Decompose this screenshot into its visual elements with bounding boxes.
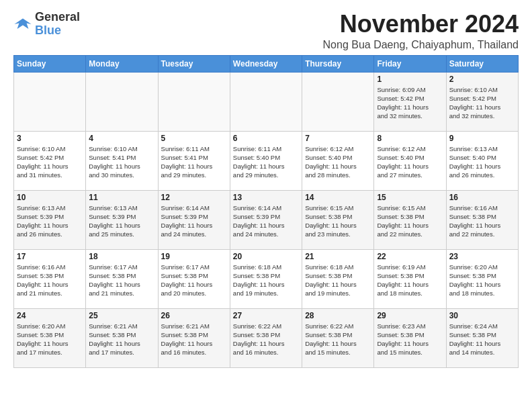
day-info: Sunrise: 6:15 AMSunset: 5:38 PMDaylight:… xyxy=(377,203,443,239)
day-info: Sunrise: 6:16 AMSunset: 5:38 PMDaylight:… xyxy=(17,263,83,298)
day-number: 16 xyxy=(449,193,515,202)
calendar-cell xyxy=(302,72,374,131)
calendar-week-row: 1Sunrise: 6:09 AMSunset: 5:42 PMDaylight… xyxy=(14,72,519,131)
calendar-cell xyxy=(86,72,158,131)
day-number: 7 xyxy=(305,134,371,143)
logo-line2: Blue xyxy=(35,24,80,38)
calendar-cell: 10Sunrise: 6:13 AMSunset: 5:39 PMDayligh… xyxy=(14,190,86,249)
svg-marker-0 xyxy=(14,18,31,28)
day-number: 20 xyxy=(233,252,299,261)
day-info: Sunrise: 6:13 AMSunset: 5:40 PMDaylight:… xyxy=(449,144,515,180)
calendar-cell xyxy=(230,72,302,131)
day-number: 13 xyxy=(233,193,299,202)
calendar-cell: 3Sunrise: 6:10 AMSunset: 5:42 PMDaylight… xyxy=(14,131,86,190)
day-number: 8 xyxy=(377,134,443,143)
day-number: 6 xyxy=(233,134,299,143)
calendar-cell: 13Sunrise: 6:14 AMSunset: 5:39 PMDayligh… xyxy=(230,190,302,249)
column-header-saturday: Saturday xyxy=(446,55,518,72)
calendar-cell xyxy=(158,72,230,131)
calendar-cell: 23Sunrise: 6:20 AMSunset: 5:38 PMDayligh… xyxy=(446,249,518,308)
day-info: Sunrise: 6:11 AMSunset: 5:41 PMDaylight:… xyxy=(161,144,227,180)
day-info: Sunrise: 6:24 AMSunset: 5:38 PMDaylight:… xyxy=(449,322,515,357)
column-header-wednesday: Wednesday xyxy=(230,55,302,72)
column-header-monday: Monday xyxy=(86,55,158,72)
calendar-cell: 29Sunrise: 6:23 AMSunset: 5:38 PMDayligh… xyxy=(374,308,446,367)
day-number: 1 xyxy=(377,75,443,84)
logo-icon xyxy=(13,15,32,34)
calendar-cell: 25Sunrise: 6:21 AMSunset: 5:38 PMDayligh… xyxy=(86,308,158,367)
day-info: Sunrise: 6:13 AMSunset: 5:39 PMDaylight:… xyxy=(89,203,154,239)
calendar-cell: 6Sunrise: 6:11 AMSunset: 5:40 PMDaylight… xyxy=(230,131,302,190)
day-number: 15 xyxy=(377,193,443,202)
day-info: Sunrise: 6:19 AMSunset: 5:38 PMDaylight:… xyxy=(377,263,443,298)
day-info: Sunrise: 6:18 AMSunset: 5:38 PMDaylight:… xyxy=(233,263,299,298)
day-number: 27 xyxy=(233,311,299,320)
day-number: 14 xyxy=(305,193,371,202)
calendar-week-row: 24Sunrise: 6:20 AMSunset: 5:38 PMDayligh… xyxy=(14,308,519,367)
day-info: Sunrise: 6:17 AMSunset: 5:38 PMDaylight:… xyxy=(89,263,154,298)
day-number: 21 xyxy=(305,252,371,261)
day-number: 30 xyxy=(449,311,515,320)
day-info: Sunrise: 6:23 AMSunset: 5:38 PMDaylight:… xyxy=(377,322,443,357)
calendar-cell: 14Sunrise: 6:15 AMSunset: 5:38 PMDayligh… xyxy=(302,190,374,249)
day-number: 17 xyxy=(17,252,83,261)
day-info: Sunrise: 6:10 AMSunset: 5:42 PMDaylight:… xyxy=(449,85,515,121)
calendar-cell: 2Sunrise: 6:10 AMSunset: 5:42 PMDaylight… xyxy=(446,72,518,131)
day-info: Sunrise: 6:21 AMSunset: 5:38 PMDaylight:… xyxy=(89,322,154,357)
day-info: Sunrise: 6:22 AMSunset: 5:38 PMDaylight:… xyxy=(233,322,299,357)
day-number: 23 xyxy=(449,252,515,261)
day-info: Sunrise: 6:14 AMSunset: 5:39 PMDaylight:… xyxy=(161,203,227,239)
calendar-cell xyxy=(14,72,86,131)
calendar-week-row: 10Sunrise: 6:13 AMSunset: 5:39 PMDayligh… xyxy=(14,190,519,249)
calendar-cell: 27Sunrise: 6:22 AMSunset: 5:38 PMDayligh… xyxy=(230,308,302,367)
day-info: Sunrise: 6:22 AMSunset: 5:38 PMDaylight:… xyxy=(305,322,371,357)
calendar-cell: 17Sunrise: 6:16 AMSunset: 5:38 PMDayligh… xyxy=(14,249,86,308)
calendar-cell: 1Sunrise: 6:09 AMSunset: 5:42 PMDaylight… xyxy=(374,72,446,131)
day-number: 4 xyxy=(89,134,154,143)
day-info: Sunrise: 6:12 AMSunset: 5:40 PMDaylight:… xyxy=(305,144,371,180)
day-number: 9 xyxy=(449,134,515,143)
day-number: 5 xyxy=(161,134,227,143)
day-info: Sunrise: 6:18 AMSunset: 5:38 PMDaylight:… xyxy=(305,263,371,298)
page-header: General Blue November 2024 Nong Bua Daen… xyxy=(13,11,519,51)
calendar-cell: 12Sunrise: 6:14 AMSunset: 5:39 PMDayligh… xyxy=(158,190,230,249)
calendar-header-row: SundayMondayTuesdayWednesdayThursdayFrid… xyxy=(14,55,519,72)
calendar-cell: 28Sunrise: 6:22 AMSunset: 5:38 PMDayligh… xyxy=(302,308,374,367)
day-info: Sunrise: 6:17 AMSunset: 5:38 PMDaylight:… xyxy=(161,263,227,298)
logo-text: General Blue xyxy=(35,11,80,38)
day-info: Sunrise: 6:10 AMSunset: 5:41 PMDaylight:… xyxy=(89,144,154,180)
column-header-sunday: Sunday xyxy=(14,55,86,72)
calendar-cell: 18Sunrise: 6:17 AMSunset: 5:38 PMDayligh… xyxy=(86,249,158,308)
calendar-cell: 9Sunrise: 6:13 AMSunset: 5:40 PMDaylight… xyxy=(446,131,518,190)
day-number: 26 xyxy=(161,311,227,320)
calendar-cell: 15Sunrise: 6:15 AMSunset: 5:38 PMDayligh… xyxy=(374,190,446,249)
calendar-cell: 7Sunrise: 6:12 AMSunset: 5:40 PMDaylight… xyxy=(302,131,374,190)
calendar-cell: 24Sunrise: 6:20 AMSunset: 5:38 PMDayligh… xyxy=(14,308,86,367)
day-number: 24 xyxy=(17,311,83,320)
day-info: Sunrise: 6:12 AMSunset: 5:40 PMDaylight:… xyxy=(377,144,443,180)
day-info: Sunrise: 6:14 AMSunset: 5:39 PMDaylight:… xyxy=(233,203,299,239)
day-number: 22 xyxy=(377,252,443,261)
location-subtitle: Nong Bua Daeng, Chaiyaphum, Thailand xyxy=(323,39,519,51)
calendar-cell: 22Sunrise: 6:19 AMSunset: 5:38 PMDayligh… xyxy=(374,249,446,308)
column-header-friday: Friday xyxy=(374,55,446,72)
calendar-cell: 30Sunrise: 6:24 AMSunset: 5:38 PMDayligh… xyxy=(446,308,518,367)
day-info: Sunrise: 6:09 AMSunset: 5:42 PMDaylight:… xyxy=(377,85,443,121)
day-info: Sunrise: 6:20 AMSunset: 5:38 PMDaylight:… xyxy=(17,322,83,357)
column-header-tuesday: Tuesday xyxy=(158,55,230,72)
day-info: Sunrise: 6:20 AMSunset: 5:38 PMDaylight:… xyxy=(449,263,515,298)
title-block: November 2024 Nong Bua Daeng, Chaiyaphum… xyxy=(323,11,519,51)
calendar-table: SundayMondayTuesdayWednesdayThursdayFrid… xyxy=(13,55,519,368)
month-year-title: November 2024 xyxy=(323,11,519,38)
calendar-cell: 8Sunrise: 6:12 AMSunset: 5:40 PMDaylight… xyxy=(374,131,446,190)
calendar-cell: 26Sunrise: 6:21 AMSunset: 5:38 PMDayligh… xyxy=(158,308,230,367)
calendar-cell: 21Sunrise: 6:18 AMSunset: 5:38 PMDayligh… xyxy=(302,249,374,308)
day-number: 2 xyxy=(449,75,515,84)
day-number: 25 xyxy=(89,311,154,320)
calendar-cell: 5Sunrise: 6:11 AMSunset: 5:41 PMDaylight… xyxy=(158,131,230,190)
calendar-week-row: 17Sunrise: 6:16 AMSunset: 5:38 PMDayligh… xyxy=(14,249,519,308)
day-number: 12 xyxy=(161,193,227,202)
day-info: Sunrise: 6:21 AMSunset: 5:38 PMDaylight:… xyxy=(161,322,227,357)
column-header-thursday: Thursday xyxy=(302,55,374,72)
day-number: 3 xyxy=(17,134,83,143)
